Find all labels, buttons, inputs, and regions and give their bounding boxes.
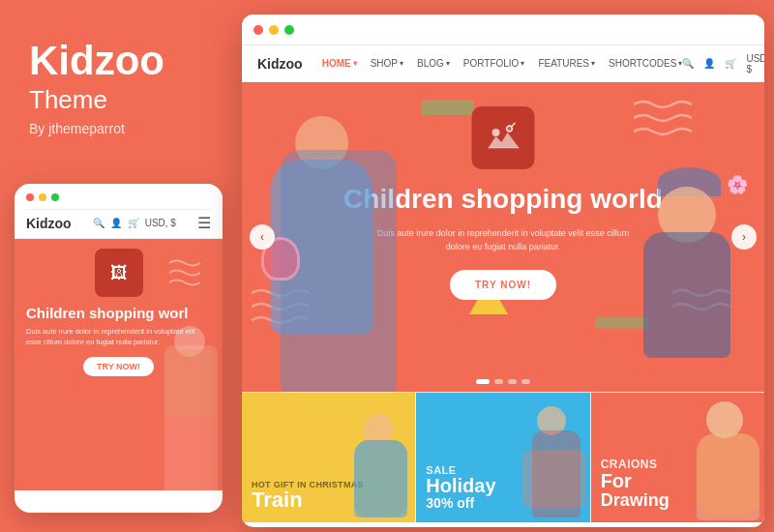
mobile-logo-box: 🖼 [95, 249, 143, 297]
mobile-nav: Kidzoo 🔍 👤 🛒 USD, $ ☰ [26, 214, 211, 232]
card-2-child [513, 401, 590, 522]
flower-decoration: 🌸 [727, 174, 748, 195]
desktop-dot-close[interactable] [253, 25, 263, 35]
nav-link-shortcodes[interactable]: SHORTCODES ▾ [609, 58, 682, 69]
currency-display: USD, $ [145, 218, 176, 228]
desktop-nav: Kidzoo HOME ▾ SHOP ▾ BLOG ▾ PORTFOLIO ▾ … [242, 45, 764, 82]
desktop-user-icon[interactable]: 👤 [703, 58, 715, 69]
card-3-baby [682, 397, 764, 522]
card-1-child [338, 406, 415, 522]
mobile-separator [26, 209, 211, 210]
mobile-dots [26, 193, 211, 201]
hero-cta-button[interactable]: TRY NOW! [450, 270, 556, 300]
desktop-search-icon[interactable]: 🔍 [682, 58, 694, 69]
slide-indicator-2[interactable] [494, 379, 503, 384]
child-item-2 [522, 450, 585, 508]
slide-indicator-4[interactable] [521, 379, 530, 384]
slide-indicator-3[interactable] [508, 379, 517, 384]
mobile-dot-red [26, 193, 34, 201]
desktop-titlebar [242, 15, 764, 45]
mobile-nav-icons: 🔍 👤 🛒 USD, $ [93, 218, 176, 228]
brand-title: Kidzoo [29, 39, 164, 83]
chevron-right-icon: › [742, 230, 746, 244]
svg-rect-0 [486, 121, 521, 156]
nav-link-portfolio[interactable]: PORTFOLIO ▾ [463, 58, 525, 69]
logo-image-icon [486, 121, 521, 156]
chevron-down-icon: ▾ [591, 59, 595, 68]
hero-logo-box [472, 106, 535, 169]
brand-by: By jthemeparrot [29, 121, 125, 136]
mobile-child-figure [155, 297, 223, 490]
wave-decoration-right [634, 97, 711, 150]
chevron-down-icon: ▾ [521, 59, 524, 68]
child-shirt-shape [166, 350, 215, 418]
brand-subtitle: Theme [29, 85, 107, 115]
desktop-nav-actions: 🔍 👤 🛒 USD, $ ▾ [682, 53, 764, 74]
mobile-hero-section: 🖼 Children shopping worl Duis aute irure… [15, 239, 223, 490]
baby-outfit-3 [697, 433, 759, 516]
hero-baby-figure: 🌸 [634, 160, 759, 392]
child-shirt-1 [354, 440, 407, 517]
nav-link-blog[interactable]: BLOG ▾ [417, 58, 450, 69]
left-panel: Kidzoo Theme By jthemeparrot Kidzoo 🔍 👤 … [0, 0, 237, 532]
product-card-crayons[interactable]: Craions For Drawing [591, 393, 764, 522]
mobile-dot-yellow [39, 193, 46, 201]
hero-prev-arrow[interactable]: ‹ [250, 224, 275, 250]
desktop-nav-links: HOME ▾ SHOP ▾ BLOG ▾ PORTFOLIO ▾ FEATURE… [322, 58, 683, 69]
user-icon: 👤 [110, 218, 122, 228]
desktop-cart-icon[interactable]: 🛒 [725, 58, 736, 69]
logo-image-icon: 🖼 [110, 263, 128, 283]
product-card-holiday[interactable]: Sale Holiday 30% off [416, 393, 590, 522]
desktop-hero: Children shopping world Duis aute irure … [242, 82, 764, 392]
wave-decoration-1 [169, 258, 218, 297]
green-rect-top [421, 100, 474, 115]
chevron-left-icon: ‹ [260, 230, 264, 244]
mobile-cta-button[interactable]: TRY NOW! [83, 357, 154, 376]
mobile-brand: Kidzoo [26, 216, 72, 231]
cart-icon: 🛒 [128, 218, 139, 228]
chevron-down-icon: ▾ [446, 59, 450, 68]
slide-indicators [476, 379, 530, 384]
desktop-mockup: Kidzoo HOME ▾ SHOP ▾ BLOG ▾ PORTFOLIO ▾ … [242, 15, 764, 527]
hero-next-arrow[interactable]: › [731, 224, 757, 250]
desktop-currency[interactable]: USD, $ [746, 53, 764, 74]
nav-link-shop[interactable]: SHOP ▾ [371, 58, 403, 69]
search-icon: 🔍 [93, 218, 104, 228]
hamburger-icon[interactable]: ☰ [197, 214, 211, 232]
product-card-train[interactable]: Hot gift in Christmas Train [242, 393, 416, 522]
desktop-dot-fullscreen[interactable] [284, 25, 294, 35]
desktop-traffic-lights [253, 25, 294, 35]
nav-link-home[interactable]: HOME ▾ [322, 58, 357, 69]
nav-link-features[interactable]: FEATURES ▾ [538, 58, 595, 69]
product-cards-row: Hot gift in Christmas Train Sale Holiday… [242, 392, 764, 522]
chevron-down-icon: ▾ [353, 59, 357, 68]
desktop-dot-minimize[interactable] [269, 25, 279, 35]
mobile-header: Kidzoo 🔍 👤 🛒 USD, $ ☰ [15, 184, 223, 239]
slide-indicator-active[interactable] [476, 379, 490, 384]
desktop-nav-brand: Kidzoo [257, 56, 303, 72]
chevron-down-icon: ▾ [400, 59, 403, 68]
svg-point-1 [491, 129, 499, 136]
mobile-mockup: Kidzoo 🔍 👤 🛒 USD, $ ☰ 🖼 Children sh [15, 184, 223, 513]
baby-body [643, 232, 730, 358]
mobile-dot-green [51, 193, 59, 201]
